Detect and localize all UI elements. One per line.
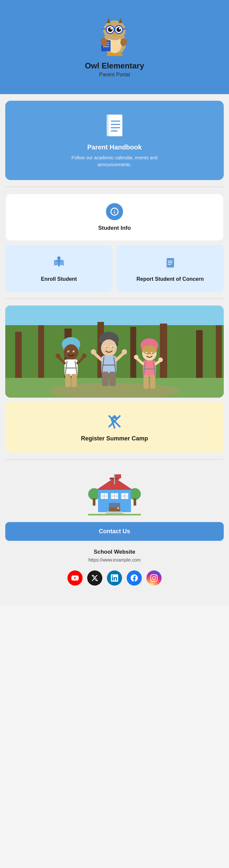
two-col-cards: Enroll Student Report Student of Concern xyxy=(5,245,224,292)
school-building-icon xyxy=(88,473,141,516)
svg-rect-96 xyxy=(109,372,116,386)
svg-rect-79 xyxy=(71,374,77,387)
svg-point-65 xyxy=(64,344,78,360)
svg-rect-125 xyxy=(114,474,115,484)
svg-point-77 xyxy=(82,353,87,358)
svg-marker-3 xyxy=(107,18,110,23)
kids-photo xyxy=(5,306,224,398)
svg-point-44 xyxy=(57,256,61,260)
youtube-icon[interactable] xyxy=(67,570,83,586)
info-icon-circle xyxy=(106,203,123,220)
svg-rect-33 xyxy=(108,115,122,136)
svg-point-100 xyxy=(142,345,157,354)
svg-rect-138 xyxy=(109,503,120,507)
portal-label: Parent Portal xyxy=(99,72,130,78)
owl-logo xyxy=(95,13,134,56)
summer-camp-icon xyxy=(105,412,124,431)
student-info-label: Student Info xyxy=(98,225,131,231)
enroll-card[interactable]: Enroll Student xyxy=(5,245,112,292)
handbook-icon xyxy=(104,114,125,137)
facebook-icon[interactable] xyxy=(127,570,142,586)
linkedin-icon[interactable] xyxy=(107,570,122,586)
photo-placeholder xyxy=(5,306,224,398)
divider-3 xyxy=(5,459,224,460)
instagram-icon[interactable] xyxy=(146,570,162,586)
svg-point-82 xyxy=(101,339,117,356)
enroll-icon xyxy=(50,254,67,271)
student-info-card[interactable]: Student Info xyxy=(5,193,224,241)
svg-point-139 xyxy=(117,507,119,509)
enroll-icon-area xyxy=(50,254,67,271)
handbook-card[interactable]: Parent Handbook Follow our academic cale… xyxy=(5,101,224,180)
header: Owl Elementary Parent Portal xyxy=(0,0,229,94)
x-twitter-icon[interactable] xyxy=(87,570,102,586)
school-name: Owl Elementary xyxy=(85,61,144,70)
info-icon xyxy=(110,207,119,216)
school-website-label: School Website xyxy=(94,549,135,555)
report-label: Report Student of Concern xyxy=(136,276,204,283)
svg-point-86 xyxy=(112,347,113,348)
svg-rect-78 xyxy=(65,374,71,387)
school-illustration xyxy=(5,466,224,522)
svg-point-111 xyxy=(134,355,138,360)
report-card[interactable]: Report Student of Concern xyxy=(117,245,224,292)
svg-rect-114 xyxy=(150,375,155,389)
enroll-label: Enroll Student xyxy=(41,276,77,283)
svg-point-12 xyxy=(108,27,112,32)
handbook-title: Parent Handbook xyxy=(87,144,142,151)
svg-point-112 xyxy=(158,358,163,362)
svg-point-93 xyxy=(91,349,96,354)
svg-point-103 xyxy=(147,352,148,353)
main-content: Parent Handbook Follow our academic cale… xyxy=(0,94,229,605)
school-url: https://www.example.com xyxy=(89,557,141,562)
report-icon xyxy=(162,254,179,271)
svg-point-104 xyxy=(152,352,153,353)
svg-rect-113 xyxy=(143,375,149,389)
svg-point-13 xyxy=(117,27,121,32)
svg-rect-34 xyxy=(107,115,110,136)
svg-point-76 xyxy=(56,353,60,358)
svg-point-69 xyxy=(74,351,75,352)
svg-rect-121 xyxy=(134,498,136,505)
svg-rect-142 xyxy=(88,514,141,516)
divider-2 xyxy=(5,299,224,299)
divider-1 xyxy=(5,187,224,187)
summer-camp-card[interactable]: Register Summer Camp xyxy=(5,402,224,453)
svg-rect-95 xyxy=(102,372,108,386)
social-icons xyxy=(67,570,162,586)
report-icon-area xyxy=(162,254,179,271)
svg-point-68 xyxy=(68,351,69,352)
handbook-description: Follow our academic calendar, events and… xyxy=(65,154,164,168)
svg-rect-119 xyxy=(93,498,95,505)
svg-point-85 xyxy=(106,347,107,348)
summer-camp-label: Register Summer Camp xyxy=(81,435,148,442)
svg-point-15 xyxy=(119,28,121,30)
svg-rect-127 xyxy=(115,474,121,476)
svg-marker-4 xyxy=(119,18,122,23)
contact-us-button[interactable]: Contact Us xyxy=(5,522,224,541)
svg-point-94 xyxy=(122,349,127,354)
svg-point-14 xyxy=(110,28,112,30)
footer: School Website https://www.example.com xyxy=(5,549,224,599)
